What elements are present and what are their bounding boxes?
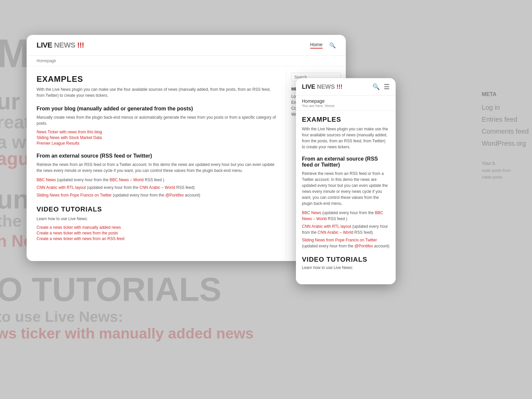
pope-link[interactable]: Sliding News from Pope Francis on Twitte… <box>37 193 112 198</box>
bg-right-sidebar: META Log in Entries feed Comments feed W… <box>482 90 529 181</box>
external-section-desc: Retrieve the news from an RSS feed or fr… <box>37 162 276 174</box>
mobile-pope-text2: account) <box>374 244 389 248</box>
bg-text-tutorials: O TUTORIALS <box>0 273 221 306</box>
logo-live: LIVE <box>37 41 52 49</box>
mobile-logo: LIVE NEWS !!! <box>302 83 342 90</box>
mobile-pope-link[interactable]: Sliding News from Pope Francis on Twitte… <box>302 238 377 242</box>
mobile-pope-item: Sliding News from Pope Francis on Twitte… <box>302 237 390 249</box>
mobile-you-are: You are here: Home <box>302 104 390 108</box>
mobile-external-title: From an external source (RSS feed or Twi… <box>302 156 390 168</box>
blog-link-3[interactable]: Premier League Results <box>37 141 276 146</box>
tutorial-link-2[interactable]: Create a news ticker with news from the … <box>37 231 276 235</box>
mobile-header: LIVE NEWS !!! 🔍 ☰ <box>296 78 396 96</box>
mobile-cnn-link[interactable]: CNN Arabic with RTL layout <box>302 224 351 229</box>
external-item-1: BBC News (updated every hour from the BB… <box>37 177 276 183</box>
mobile-bbc-item: BBC News (updated every hour from the BB… <box>302 210 390 222</box>
mobile-body: EXAMPLES With the Live News plugin you c… <box>296 111 396 284</box>
mobile-page-name: Homepage <box>302 98 390 104</box>
logo-exclaim: !!! <box>77 41 84 49</box>
mobile-cnn-text2: RSS feed) <box>354 230 373 235</box>
mobile-search-icon[interactable]: 🔍 <box>372 83 380 90</box>
pope-text: (updated every hour from the <box>113 193 165 198</box>
bbc-world-link[interactable]: BBC News – World <box>109 178 143 182</box>
site-logo: LIVE NEWS !!! <box>37 41 84 50</box>
pontifex-link[interactable]: @Pontifex <box>165 193 184 198</box>
main-header: LIVE NEWS !!! Home 🔍 <box>27 35 346 56</box>
mobile-menu-icon[interactable]: ☰ <box>384 83 390 91</box>
pope-text2: account) <box>185 193 200 198</box>
search-icon[interactable]: 🔍 <box>329 42 336 49</box>
cnn-text2: RSS feed) <box>176 185 195 190</box>
mobile-bbc-link[interactable]: BBC News <box>302 210 321 215</box>
mobile-pope-text: (updated every hour from the <box>302 244 354 248</box>
mobile-nav-icons: 🔍 ☰ <box>372 83 390 91</box>
bbc-text: (updated every hour from the <box>57 178 109 182</box>
cnn-text: (updated every hour from the <box>87 185 139 190</box>
mobile-cnn-item: CNN Arabic with RTL layout (updated ever… <box>302 223 390 235</box>
main-nav: Home 🔍 <box>310 42 336 49</box>
main-body: EXAMPLES With the Live News plugin you c… <box>27 66 286 261</box>
mobile-bbc-text: (updated every hour from the <box>322 210 375 215</box>
cnn-link[interactable]: CNN Arabic with RTL layout <box>37 185 86 190</box>
mobile-tutorials-title: VIDEO TUTORIALS <box>302 256 390 263</box>
mobile-tutorials-block: VIDEO TUTORIALS Learn how to use Live Ne… <box>302 256 390 270</box>
mobile-logo-live: LIVE <box>302 83 315 90</box>
breadcrumb: Homepage <box>27 56 346 66</box>
mobile-logo-news: NEWS <box>317 83 335 90</box>
tutorial-link-1[interactable]: Create a news ticker with manually added… <box>37 225 276 230</box>
mobile-logo-exclaim: !!! <box>336 83 342 90</box>
blog-link-2[interactable]: Sliding News with Stock Market Data <box>37 135 276 140</box>
logo-news: NEWS <box>54 41 75 49</box>
mobile-breadcrumb: Homepage You are here: Home <box>296 96 396 111</box>
blog-section-title: From your blog (manually added or genera… <box>37 106 276 112</box>
mobile-examples-title: EXAMPLES <box>302 116 390 123</box>
mobile-intro: With the Live News plugin you can make u… <box>302 126 390 150</box>
cnn-world-link[interactable]: CNN Arabic – World <box>140 185 175 190</box>
mobile-external-desc: Retrieve the news from an RSS feed or fr… <box>302 171 390 206</box>
examples-section: EXAMPLES With the Live News plugin you c… <box>37 74 276 98</box>
blog-section-desc: Manually create news from the plugin bac… <box>37 114 276 126</box>
mobile-cnn-world-link[interactable]: CNN Arabic – World <box>318 230 353 235</box>
bg-text-use: to use Live News: <box>0 309 123 324</box>
blog-link-1[interactable]: News Ticker with news from this blog <box>37 130 276 134</box>
mobile-bbc-text2: RSS feed ) <box>328 216 347 221</box>
external-item-3: Sliding News from Pope Francis on Twitte… <box>37 192 276 198</box>
nav-home[interactable]: Home <box>310 42 323 49</box>
examples-title: EXAMPLES <box>37 74 276 84</box>
bbc-news-link[interactable]: BBC News <box>37 178 56 182</box>
examples-intro: With the Live News plugin you can make u… <box>37 86 276 98</box>
tutorials-title: VIDEO TUTORIALS <box>37 205 276 213</box>
blog-section: From your blog (manually added or genera… <box>37 106 276 146</box>
tutorials-section: VIDEO TUTORIALS Learn how to use Live Ne… <box>37 205 276 241</box>
mobile-window: LIVE NEWS !!! 🔍 ☰ Homepage You are here:… <box>296 78 396 284</box>
bg-text-create: ws ticker with manually added news <box>0 326 254 341</box>
external-item-2: CNN Arabic with RTL layout (updated ever… <box>37 185 276 191</box>
tutorial-link-3[interactable]: Create a news ticker with news from an R… <box>37 236 276 241</box>
bbc-text2: RSS feed ) <box>145 178 164 182</box>
tutorials-desc: Learn how to use Live News: <box>37 216 276 222</box>
external-section-title: From an external source (RSS feed or Twi… <box>37 153 276 159</box>
external-section: From an external source (RSS feed or Twi… <box>37 153 276 198</box>
mobile-pontifex-link[interactable]: @Pontifex <box>354 244 373 248</box>
mobile-tutorials-desc: Learn how to use Live News: <box>302 265 390 270</box>
